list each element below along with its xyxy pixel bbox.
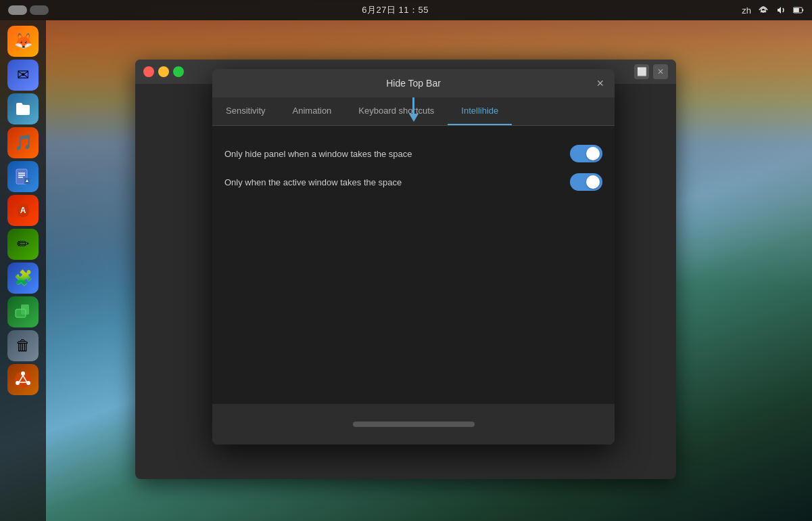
pill-1	[8, 5, 27, 15]
bg-close-button[interactable]	[143, 66, 154, 77]
setting-label-active-window: Only when the active window takes the sp…	[224, 177, 402, 187]
pill-2	[30, 5, 49, 15]
dock-icon-writer[interactable]	[7, 161, 39, 192]
desktop: 6月27日 11：55 zh	[0, 0, 812, 521]
lang-indicator: zh	[742, 5, 751, 16]
setting-label-hide-panel: Only hide panel when a window takes the …	[224, 149, 412, 159]
dock-icon-mail[interactable]: ✉	[7, 60, 39, 91]
tab-sensitivity[interactable]: Sensitivity	[212, 97, 279, 125]
dock-icon-firefox[interactable]: 🦊	[7, 26, 39, 57]
setting-row-active-window: Only when the active window takes the sp…	[224, 168, 602, 196]
dock-icon-trash[interactable]: 🗑	[7, 330, 39, 361]
dock-icon-puzzle[interactable]: 🧩	[7, 263, 39, 294]
arrow-shaft	[412, 97, 414, 114]
tab-content-intellihide: Only hide panel when a window takes the …	[212, 126, 615, 404]
bg-min-button[interactable]	[158, 66, 169, 77]
dock-icon-appstore[interactable]: A	[7, 195, 39, 226]
datetime-display: 6月27日 11：55	[362, 4, 429, 16]
bg-dialog-controls	[143, 66, 184, 77]
dialog-title: Hide Top Bar	[386, 78, 441, 89]
arrow-head	[409, 114, 419, 122]
window-pills	[8, 5, 49, 15]
svg-rect-3	[803, 9, 804, 11]
toggle-active-window[interactable]	[570, 173, 602, 191]
topbar: 6月27日 11：55 zh	[0, 0, 812, 20]
bg-max-button[interactable]	[173, 66, 184, 77]
scrollbar-hint[interactable]	[353, 422, 475, 427]
arrow-indicator	[409, 97, 419, 122]
dock-icon-rhythmbox[interactable]: 🎵	[7, 127, 39, 158]
toggle-hide-panel[interactable]	[570, 145, 602, 162]
tab-keyboard-shortcuts[interactable]: Keyboard shortcuts	[345, 97, 448, 125]
network-icon	[758, 5, 769, 16]
dialog-close-button[interactable]: ✕	[593, 76, 608, 91]
battery-icon	[793, 5, 804, 16]
dock-icon-extension[interactable]	[7, 296, 39, 327]
tab-animation[interactable]: Animation	[279, 97, 345, 125]
bg-close-x-button[interactable]: ✕	[653, 64, 668, 79]
svg-text:A: A	[20, 206, 26, 215]
setting-row-hide-panel: Only hide panel when a window takes the …	[224, 139, 602, 168]
dock-icon-files[interactable]	[7, 93, 39, 124]
tab-intellihide[interactable]: Intellihide	[448, 97, 512, 125]
dialog-footer	[212, 404, 615, 445]
toggle-thumb-active-window	[586, 175, 600, 189]
bg-win-controls: ⬜ ✕	[634, 64, 668, 79]
dock-icon-ubuntu[interactable]	[7, 364, 39, 395]
toggle-thumb-hide-panel	[586, 147, 600, 160]
svg-rect-2	[794, 8, 799, 12]
topbar-right: zh	[742, 5, 804, 16]
hide-top-bar-dialog: Hide Top Bar ✕ Sensitivity Animation Key…	[212, 69, 615, 445]
dock: 🦊 ✉ 🎵 A ✏ 🧩	[0, 20, 46, 521]
topbar-left	[8, 5, 49, 15]
volume-icon	[775, 5, 786, 16]
dialog-titlebar: Hide Top Bar ✕	[212, 69, 615, 97]
bg-restore-button[interactable]: ⬜	[634, 64, 649, 79]
dock-icon-notes[interactable]: ✏	[7, 229, 39, 260]
